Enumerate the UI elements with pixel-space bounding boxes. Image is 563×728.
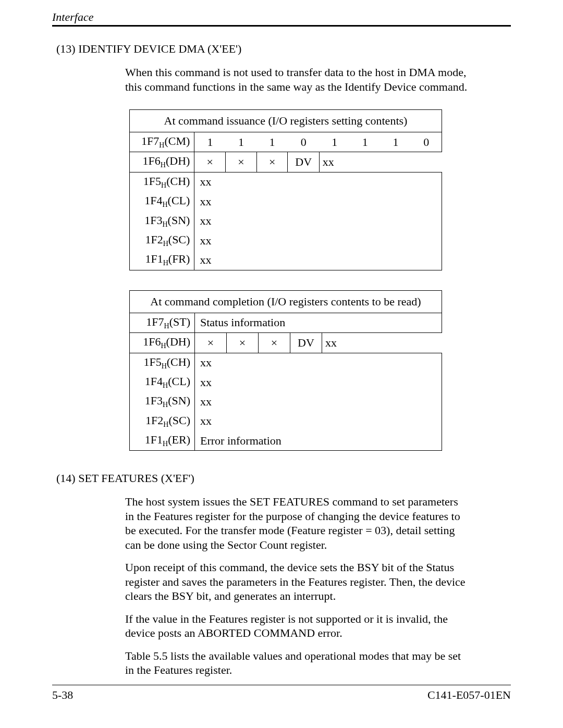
table-completion-wrapper: At command completion (I/O registers con… xyxy=(129,290,442,451)
reg-sub: H xyxy=(159,141,164,149)
reg-addr: 1F6 xyxy=(143,335,161,348)
value-cell: Error information xyxy=(195,431,442,451)
reg-label-er: 1F1H(ER) xyxy=(130,431,195,451)
bit-cell: × xyxy=(227,333,259,353)
table-row: 1F1H(ER) Error information xyxy=(130,431,442,451)
reg-addr: 1F7 xyxy=(141,134,159,147)
value-cell: xx xyxy=(194,172,442,192)
value-cell: xx xyxy=(195,412,442,431)
reg-addr: 1F5 xyxy=(143,175,161,188)
reg-suffix: (CH) xyxy=(167,355,190,368)
reg-suffix: (SC) xyxy=(168,233,190,246)
reg-label-cl: 1F4H(CL) xyxy=(130,373,195,392)
reg-suffix: (CH) xyxy=(166,175,190,188)
reg-sub: H xyxy=(162,201,167,209)
reg-sub: H xyxy=(163,240,168,248)
reg-addr: 1F7 xyxy=(146,315,164,328)
reg-sub: H xyxy=(162,362,167,370)
reg-suffix: (SC) xyxy=(168,414,190,427)
bit-cell: 0 xyxy=(288,132,319,152)
value-cell: Status information xyxy=(195,313,442,332)
value-cell: xx xyxy=(195,353,442,373)
reg-sub: H xyxy=(163,260,168,267)
reg-addr: 1F3 xyxy=(144,214,162,227)
bit-cell: × xyxy=(195,333,227,353)
reg-addr: 1F4 xyxy=(145,375,163,388)
reg-addr: 1F1 xyxy=(145,252,163,265)
running-header: Interface xyxy=(52,10,511,25)
bit-cell: × xyxy=(259,333,290,353)
bit-cell: xx xyxy=(319,152,442,172)
bit-cell: DV xyxy=(288,152,319,172)
page-footer: 5-38 C141-E057-01EN xyxy=(52,685,511,702)
value-cell: xx xyxy=(195,392,442,411)
table-completion-title: At command completion (I/O registers con… xyxy=(130,290,442,313)
bit-cell: 1 xyxy=(350,132,381,152)
reg-suffix: (ER) xyxy=(168,433,190,446)
table-row: 1F6H(DH) × × × DV xx xyxy=(130,152,442,172)
reg-sub: H xyxy=(161,181,166,189)
reg-sub: H xyxy=(161,342,166,350)
reg-label-sc: 1F2H(SC) xyxy=(130,231,194,250)
reg-addr: 1F4 xyxy=(144,194,162,207)
reg-sub: H xyxy=(163,421,168,428)
section-14-heading: (14) SET FEATURES (X'EF') xyxy=(56,472,511,485)
section-13-heading: (13) IDENTIFY DEVICE DMA (X'EE') xyxy=(56,42,511,56)
header-rule xyxy=(52,25,511,27)
reg-sub: H xyxy=(163,401,168,409)
table-row: 1F4H(CL) xx xyxy=(130,192,442,211)
reg-label-ch: 1F5H(CH) xyxy=(130,353,195,373)
table-issuance: At command issuance (I/O registers setti… xyxy=(129,109,442,270)
reg-label-ch: 1F5H(CH) xyxy=(130,172,194,192)
reg-label-dh: 1F6H(DH) xyxy=(130,333,195,353)
reg-addr: 1F3 xyxy=(145,394,163,407)
table-row: 1F3H(SN) xx xyxy=(130,212,442,231)
reg-suffix: (DH) xyxy=(166,335,190,348)
section-14-para3: If the value in the Features register is… xyxy=(125,612,469,640)
bit-cell: DV xyxy=(290,333,322,353)
reg-suffix: (FR) xyxy=(168,252,190,265)
table-row: 1F7H(ST) Status information xyxy=(130,313,442,332)
table-row: At command issuance (I/O registers setti… xyxy=(130,110,442,132)
bit-cell: 1 xyxy=(319,132,350,152)
bit-cell: × xyxy=(256,152,288,172)
page-number: 5-38 xyxy=(52,688,73,702)
value-cell: xx xyxy=(194,231,442,250)
table-row: 1F5H(CH) xx xyxy=(130,172,442,192)
reg-addr: 1F2 xyxy=(145,414,163,427)
reg-label-st: 1F7H(ST) xyxy=(130,313,195,332)
section-14-para4: Table 5.5 lists the available values and… xyxy=(125,649,469,677)
bit-cell: × xyxy=(226,152,257,172)
reg-sub: H xyxy=(162,220,167,228)
reg-label-sc: 1F2H(SC) xyxy=(130,412,195,431)
reg-suffix: (CM) xyxy=(164,134,190,147)
table-row: At command completion (I/O registers con… xyxy=(130,290,442,313)
table-row: 1F7H(CM) 1 1 1 0 1 1 1 0 xyxy=(130,132,442,152)
section-14-para2: Upon receipt of this command, the device… xyxy=(125,560,469,603)
table-row: 1F3H(SN) xx xyxy=(130,392,442,411)
reg-addr: 1F6 xyxy=(143,154,161,167)
section-13-para1: When this command is not used to transfe… xyxy=(125,65,469,94)
reg-sub: H xyxy=(163,440,168,448)
footer-rule xyxy=(52,685,511,685)
reg-label-sn: 1F3H(SN) xyxy=(130,392,195,411)
table-issuance-title: At command issuance (I/O registers setti… xyxy=(130,110,442,132)
reg-addr: 1F5 xyxy=(143,355,161,368)
bit-cell: 0 xyxy=(411,132,442,152)
reg-label-fr: 1F1H(FR) xyxy=(130,250,194,270)
bit-cell: xx xyxy=(322,333,442,353)
table-row: 1F2H(SC) xx xyxy=(130,412,442,431)
table-row: 1F6H(DH) × × × DV xx xyxy=(130,333,442,353)
value-cell: xx xyxy=(194,250,442,270)
reg-label-sn: 1F3H(SN) xyxy=(130,212,194,231)
bit-cell: 1 xyxy=(226,132,257,152)
value-cell: xx xyxy=(195,373,442,392)
reg-sub: H xyxy=(163,381,168,389)
table-row: 1F1H(FR) xx xyxy=(130,250,442,270)
reg-label-cm: 1F7H(CM) xyxy=(130,132,194,152)
reg-addr: 1F1 xyxy=(145,433,163,446)
reg-sub: H xyxy=(161,162,166,169)
value-cell: xx xyxy=(194,192,442,211)
reg-suffix: (SN) xyxy=(168,214,190,227)
reg-suffix: (DH) xyxy=(166,154,190,167)
